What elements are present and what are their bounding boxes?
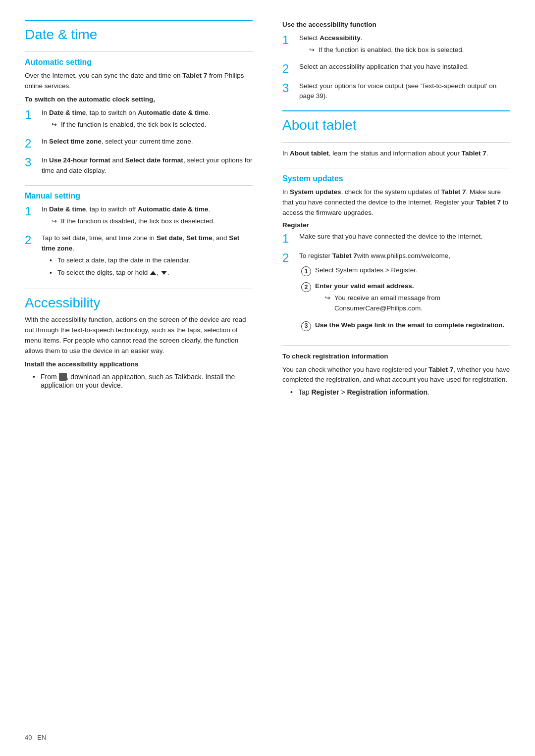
manual-step-2-bullet-1: • To select a date, tap the date in the … (50, 255, 253, 266)
reg-step-1: 1 Make sure that you have connected the … (282, 232, 510, 246)
date-time-title: Date & time (25, 27, 253, 43)
manual-step-1-number: 1 (25, 204, 39, 219)
manual-step-1-arrow-text: If the function is disabled, the tick bo… (61, 216, 215, 227)
acc-step-2-number: 2 (282, 62, 296, 76)
auto-step-2-number: 2 (25, 137, 39, 151)
circled-step-2-arrow-text: You receive an email message from Consum… (334, 293, 510, 314)
auto-step-3: 3 In Use 24-hour format and Select date … (25, 155, 253, 176)
down-arrow-icon (160, 269, 167, 276)
page-number: 40 (25, 734, 32, 741)
manual-step-1: 1 In Date & time, tap to switch off Auto… (25, 204, 253, 228)
circled-step-3: 3 Use the Web page link in the email to … (301, 320, 510, 331)
manual-step-2-number: 2 (25, 233, 39, 248)
page-footer: 40 EN (25, 734, 46, 741)
up-arrow-icon (150, 269, 157, 276)
circle-num-3: 3 (301, 321, 311, 331)
check-reg-text: You can check whether you have registere… (282, 365, 510, 386)
circled-step-2-content: Enter your valid email address. ↪ You re… (315, 281, 510, 315)
manual-step-2: 2 Tap to set date, time, and time zone i… (25, 233, 253, 280)
manual-divider (25, 185, 253, 186)
about-tablet-intro: In About tablet, learn the status and in… (282, 149, 510, 159)
acc-step-3-number: 3 (282, 81, 296, 96)
left-column: Date & time Automatic setting Over the I… (25, 20, 268, 736)
about-divider-top (282, 110, 510, 111)
accessibility-divider (25, 289, 253, 289)
acc-step-1: 1 Select Accessibility. ↪ If the functio… (282, 33, 510, 57)
circled-step-1: 1 Select System updates > Register. (301, 265, 510, 276)
arrow-icon-reg2: ↪ (325, 293, 332, 303)
acc-step-1-arrow-text: If the function is enabled, the tick box… (319, 45, 464, 55)
manual-step-2-bullet-2-text: To select the digits, tap or hold , . (57, 268, 169, 278)
auto-step-1-number: 1 (25, 108, 39, 122)
accessibility-title: Accessibility (25, 295, 253, 311)
install-bullet-text: From , download an application, such as … (41, 373, 253, 389)
automatic-setting-title: Automatic setting (25, 58, 253, 67)
auto-step-2-content: In Select time zone, select your current… (42, 137, 253, 147)
acc-step-2-content: Select an accessibility application that… (299, 62, 510, 72)
check-reg-bullet: • Tap Register > Registration informatio… (290, 388, 510, 396)
reg-step-2-content: To register Tablet 7with www.philips.com… (299, 251, 510, 336)
auto-step-1: 1 In Date & time, tap to switch on Autom… (25, 108, 253, 132)
system-updates-divider (282, 168, 510, 168)
top-divider (25, 20, 253, 21)
accessibility-intro: With the accessibility function, actions… (25, 315, 253, 356)
check-reg-divider (282, 345, 510, 346)
check-reg-bullet-icon: • (290, 388, 295, 396)
acc-step-1-number: 1 (282, 33, 296, 48)
bullet-icon-2: • (50, 268, 54, 279)
auto-step-2: 2 In Select time zone, select your curre… (25, 137, 253, 151)
manual-setting-title: Manual setting (25, 192, 253, 201)
automatic-switch-label: To switch on the automatic clock setting… (25, 95, 253, 105)
app-store-icon (59, 373, 67, 381)
page: Date & time Automatic setting Over the I… (0, 0, 535, 756)
automatic-intro: Over the Internet, you can sync the date… (25, 71, 253, 92)
manual-step-1-arrow: ↪ If the function is disabled, the tick … (52, 216, 253, 227)
acc-step-1-arrow: ↪ If the function is enabled, the tick b… (309, 45, 510, 55)
arrow-icon-m1: ↪ (52, 216, 58, 226)
about-divider (282, 142, 510, 143)
check-reg-bullet-text: Tap Register > Registration information. (298, 388, 429, 396)
circled-step-2: 2 Enter your valid email address. ↪ You … (301, 281, 510, 315)
reg-step-1-number: 1 (282, 232, 296, 246)
circled-step-3-content: Use the Web page link in the email to co… (315, 320, 510, 331)
arrow-icon-1: ↪ (52, 120, 58, 130)
install-header: Install the accessibility applications (25, 359, 253, 370)
bullet-icon-1: • (50, 255, 54, 266)
manual-step-2-bullet-2: • To select the digits, tap or hold , . (50, 268, 253, 279)
acc-step-1-content: Select Accessibility. ↪ If the function … (299, 33, 510, 57)
use-accessibility-header: Use the accessibility function (282, 20, 510, 30)
acc-step-3: 3 Select your options for voice output (… (282, 81, 510, 102)
manual-step-2-bullet-1-text: To select a date, tap the date in the ca… (57, 255, 191, 266)
install-bullet: • From , download an application, such a… (33, 373, 253, 389)
right-column: Use the accessibility function 1 Select … (268, 20, 510, 736)
install-bullet-icon: • (33, 373, 38, 381)
reg-step-1-content: Make sure that you have connected the de… (299, 232, 510, 242)
reg-step-2-number: 2 (282, 251, 296, 265)
register-header: Register (282, 221, 510, 229)
about-tablet-title: About tablet (282, 117, 510, 133)
manual-step-1-content: In Date & time, tap to switch off Automa… (42, 204, 253, 228)
auto-step-3-number: 3 (25, 155, 39, 170)
check-reg-header: To check registration information (282, 352, 510, 362)
arrow-icon-acc1: ↪ (309, 45, 316, 55)
acc-step-3-content: Select your options for voice output (se… (299, 81, 510, 102)
auto-step-1-arrow-text: If the function is enabled, the tick box… (61, 120, 206, 130)
system-updates-title: System updates (282, 174, 510, 183)
manual-step-2-content: Tap to set date, time, and time zone in … (42, 233, 253, 280)
auto-step-3-content: In Use 24-hour format and Select date fo… (42, 155, 253, 176)
auto-step-1-arrow: ↪ If the function is enabled, the tick b… (52, 120, 253, 130)
page-lang: EN (37, 734, 46, 741)
circle-num-1: 1 (301, 266, 311, 276)
system-updates-intro: In System updates, check for the system … (282, 187, 510, 218)
circle-num-2: 2 (301, 282, 311, 292)
reg-step-2: 2 To register Tablet 7with www.philips.c… (282, 251, 510, 336)
acc-step-2: 2 Select an accessibility application th… (282, 62, 510, 76)
circled-step-2-arrow: ↪ You receive an email message from Cons… (325, 293, 510, 314)
circled-step-1-content: Select System updates > Register. (315, 265, 510, 276)
auto-step-1-content: In Date & time, tap to switch on Automat… (42, 108, 253, 132)
title-divider (25, 51, 253, 52)
